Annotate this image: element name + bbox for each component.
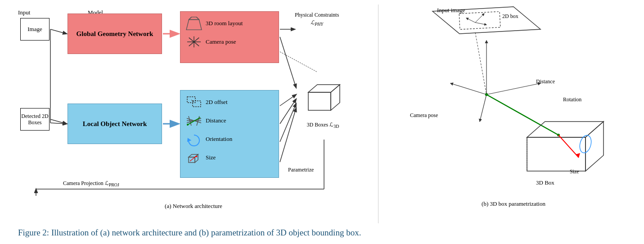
svg-marker-59 (585, 122, 603, 171)
arch-caption: (a) Network architecture (165, 203, 222, 210)
svg-line-53 (480, 95, 486, 122)
physical-constraints: Physical Constraints ℒPHY (295, 11, 339, 27)
svg-line-62 (558, 135, 579, 158)
output-camera-pose: Camera pose (185, 34, 274, 50)
size-label-right: Size (570, 168, 579, 175)
svg-line-46 (475, 14, 484, 23)
input-image-label: Input image (437, 7, 465, 14)
output-3d-room-label: 3D room layout (206, 20, 243, 27)
diagram-row: Input Model Image Detected 2D Boxes Glob… (9, 5, 635, 223)
input-label: Input (18, 9, 30, 16)
box-param-svg: 2D box Camera pose Di (383, 5, 635, 194)
svg-line-38 (280, 108, 296, 162)
svg-marker-0 (186, 19, 202, 30)
svg-marker-19 (186, 137, 191, 142)
svg-line-64 (475, 32, 486, 95)
svg-line-34 (280, 37, 296, 88)
arch-diagram: Input Model Image Detected 2D Boxes Glob… (9, 5, 378, 223)
global-output-panel: 3D room layout (180, 11, 279, 63)
output-3d-room: 3D room layout (185, 15, 274, 31)
output-orientation-label: Orientation (206, 136, 232, 143)
svg-line-47 (475, 23, 486, 25)
svg-marker-25 (308, 92, 331, 110)
svg-line-48 (466, 18, 475, 23)
svg-line-35 (280, 95, 296, 106)
svg-point-8 (193, 41, 195, 43)
svg-line-31 (50, 119, 67, 124)
size-icon (185, 149, 203, 165)
main-container: Input Model Image Detected 2D Boxes Glob… (0, 0, 644, 244)
output-2d-offset: 2D offset (185, 94, 274, 110)
box-diagram: Input image 2D box (378, 5, 644, 223)
arch-inner: Input Model Image Detected 2D Boxes Glob… (18, 7, 369, 200)
output-size-label: Size (206, 154, 216, 161)
orientation-icon (185, 131, 203, 147)
svg-line-40 (280, 52, 317, 72)
room-icon (185, 15, 203, 31)
camera-proj-text: Camera Projection ℒPROJ (63, 180, 119, 186)
loss-phy: ℒPHY (295, 19, 339, 27)
svg-rect-45 (459, 12, 500, 30)
svg-line-37 (280, 104, 296, 142)
parametrize-label: Parametrize (288, 167, 314, 173)
svg-line-51 (486, 83, 540, 95)
image-input-box: Image (20, 18, 50, 41)
svg-line-23 (190, 156, 197, 161)
box-2d-label: 2D box (502, 13, 518, 19)
svg-line-28 (50, 29, 67, 34)
local-output-panel: 2D offset (180, 90, 279, 178)
box3d-label: 3D Boxes ℒ3D (297, 122, 349, 129)
offset-icon (185, 94, 203, 110)
output-distance-label: Distance (206, 117, 226, 124)
output-size: Size (185, 149, 274, 165)
box-diagram-inner: Input image 2D box (383, 5, 644, 198)
box-3d-label-right: 3D Box (536, 179, 554, 186)
global-geometry-network: Global Geometry Network (68, 14, 162, 54)
svg-marker-27 (331, 85, 340, 110)
distance-icon (185, 113, 203, 128)
svg-line-36 (280, 99, 296, 124)
svg-point-18 (187, 124, 189, 126)
box3d-output (299, 77, 344, 119)
svg-line-54 (486, 95, 558, 135)
pose-icon (185, 34, 203, 50)
camera-pose-label-right: Camera pose (410, 112, 438, 118)
distance-label-right: Distance (536, 78, 555, 85)
output-orientation: Orientation (185, 131, 274, 147)
camera-proj-label: Camera Projection ℒPROJ (63, 180, 119, 187)
output-camera-pose-label: Camera pose (206, 38, 236, 45)
svg-line-52 (450, 83, 486, 95)
svg-line-2 (189, 17, 192, 19)
svg-line-30 (50, 123, 67, 124)
output-distance: Distance (185, 113, 274, 128)
svg-rect-9 (187, 97, 195, 103)
box3d-text: 3D Boxes ℒ3D (297, 122, 349, 129)
rotation-label-right: Rotation (563, 96, 581, 103)
local-object-network: Local Object Network (68, 104, 162, 144)
output-2d-offset-label: 2D offset (206, 99, 228, 106)
phys-constraints-label: Physical Constraints (295, 11, 339, 19)
figure-caption: Figure 2: Illustration of (a) network ar… (9, 223, 635, 241)
detected-2d-boxes: Detected 2D Boxes (20, 108, 50, 131)
svg-line-3 (197, 17, 199, 19)
box-caption: (b) 3D box parametrization (482, 200, 545, 208)
